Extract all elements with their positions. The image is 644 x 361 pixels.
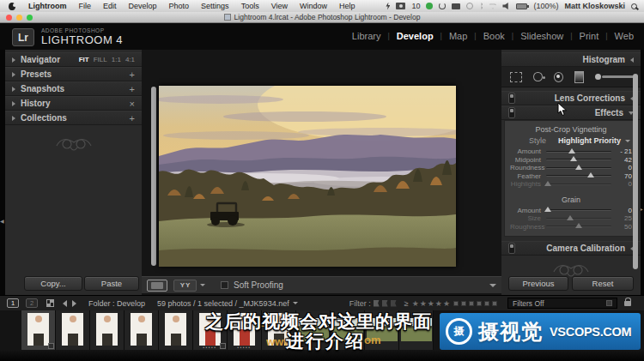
next-photo-arrow-icon[interactable] — [72, 300, 76, 307]
grain-amount-slider[interactable] — [546, 209, 611, 211]
module-library[interactable]: Library — [352, 31, 381, 41]
histogram-panel-header[interactable]: Histogram — [501, 52, 641, 67]
grain-roughness-slider[interactable] — [546, 226, 611, 227]
before-after-view-button[interactable]: YY — [173, 280, 197, 292]
right-panel-scrollbar[interactable] — [633, 74, 638, 269]
right-panel-collapse-edge[interactable]: ▶ — [641, 50, 644, 295]
menu-file[interactable]: File — [73, 2, 98, 10]
highlights-value[interactable]: 0 — [611, 180, 632, 188]
lens-corrections-toggle[interactable] — [508, 93, 515, 104]
battery-icon[interactable] — [516, 3, 527, 9]
module-slideshow[interactable]: Slideshow — [520, 31, 563, 41]
grain-size-slider[interactable] — [546, 218, 611, 220]
menu-settings[interactable]: Settings — [195, 2, 235, 10]
source-dropdown-icon[interactable] — [293, 302, 298, 304]
second-window-button[interactable]: 2 — [26, 298, 38, 308]
menu-help[interactable]: Help — [333, 2, 361, 10]
soft-proofing-checkbox[interactable] — [221, 281, 228, 289]
adjustment-brush-tool-icon[interactable] — [595, 75, 632, 79]
reset-button[interactable]: Reset — [572, 276, 634, 291]
highlights-slider[interactable] — [546, 184, 611, 185]
slider-thumb[interactable] — [568, 148, 575, 153]
green-status-icon[interactable] — [426, 3, 433, 9]
color-label-chip[interactable] — [461, 301, 466, 306]
input-count-label[interactable]: 10 — [411, 2, 420, 10]
slider-thumb[interactable] — [570, 156, 577, 161]
module-map[interactable]: Map — [449, 31, 467, 41]
color-label-chip[interactable] — [469, 301, 474, 306]
menubar-user[interactable]: Matt Kloskowski — [564, 2, 625, 10]
menu-app[interactable]: Lightroom — [22, 2, 73, 10]
filter-lock-icon[interactable] — [624, 301, 631, 306]
before-after-dropdown-icon[interactable] — [200, 284, 205, 286]
module-develop[interactable]: Develop — [397, 31, 434, 41]
left-panel-scrollbar[interactable] — [151, 87, 156, 266]
navigator-fill[interactable]: FILL — [94, 56, 107, 63]
crop-tool-icon[interactable] — [510, 72, 522, 82]
pick-flag-icon[interactable] — [374, 300, 380, 307]
snapshots-panel-header[interactable]: Snapshots + — [5, 81, 142, 96]
grid-view-icon[interactable] — [46, 299, 54, 307]
feather-value[interactable]: 70 — [611, 172, 632, 180]
menu-tools[interactable]: Tools — [235, 2, 265, 10]
color-label-chip[interactable] — [492, 301, 497, 306]
amount-value[interactable]: - 21 — [611, 147, 632, 155]
module-print[interactable]: Print — [580, 31, 599, 41]
collections-panel-header[interactable]: Collections + — [5, 111, 142, 125]
menu-window[interactable]: Window — [294, 2, 333, 10]
color-label-chip[interactable] — [484, 301, 489, 306]
folder-breadcrumb[interactable]: Folder : Develop — [88, 299, 145, 308]
style-value[interactable]: Highlight Priority — [558, 136, 621, 145]
navigator-fit[interactable]: FIT — [79, 56, 89, 63]
filters-off-dropdown[interactable]: Filters Off — [507, 298, 617, 309]
timemachine-icon[interactable] — [466, 3, 473, 9]
module-web[interactable]: Web — [615, 31, 634, 41]
camera-status-icon[interactable] — [396, 3, 405, 9]
add-preset-button[interactable]: + — [130, 69, 135, 80]
copy-settings-button[interactable]: Copy... — [24, 276, 82, 291]
amount-slider[interactable] — [546, 151, 611, 153]
rating-gte[interactable]: ≥ — [404, 299, 409, 308]
roundness-slider[interactable] — [546, 167, 611, 169]
previous-photo-arrow-icon[interactable] — [63, 300, 67, 307]
toolbar-options-dropdown-icon[interactable] — [489, 284, 496, 287]
volume-icon[interactable] — [502, 3, 510, 9]
main-window-button[interactable]: 1 — [7, 298, 19, 308]
apple-menu-icon[interactable] — [9, 3, 15, 10]
graduated-filter-tool-icon[interactable] — [574, 71, 584, 83]
lens-corrections-panel-header[interactable]: Lens Corrections — [501, 91, 641, 105]
slider-thumb[interactable] — [544, 207, 551, 212]
roundness-value[interactable]: 0 — [611, 164, 632, 171]
midpoint-value[interactable]: 42 — [611, 156, 632, 164]
clear-history-button[interactable]: × — [130, 99, 135, 109]
menu-view[interactable]: View — [265, 2, 294, 10]
style-dropdown-icon[interactable] — [625, 140, 630, 142]
slider-thumb[interactable] — [587, 172, 594, 177]
reject-flag-icon[interactable] — [391, 300, 397, 307]
navigator-1to1[interactable]: 1:1 — [112, 56, 121, 63]
camera-calibration-panel-header[interactable]: Camera Calibration — [501, 241, 641, 256]
menu-develop[interactable]: Develop — [123, 2, 163, 10]
history-panel-header[interactable]: History × — [5, 96, 142, 111]
spot-removal-tool-icon[interactable] — [533, 72, 542, 81]
navigator-ratio[interactable]: 4:1 — [125, 56, 135, 63]
slider-thumb[interactable] — [575, 223, 582, 228]
menu-photo[interactable]: Photo — [163, 2, 196, 10]
color-label-chip[interactable] — [453, 301, 459, 306]
add-collection-button[interactable]: + — [130, 113, 135, 123]
loupe-view-button[interactable] — [147, 280, 167, 292]
navigator-panel-header[interactable]: Navigator FIT FILL 1:1 4:1 — [5, 52, 142, 67]
wifi-icon[interactable] — [489, 3, 496, 9]
display-icon[interactable] — [452, 3, 460, 9]
power-bolt-icon[interactable] — [386, 3, 390, 10]
color-label-chip[interactable] — [477, 301, 482, 306]
unflagged-flag-icon[interactable] — [382, 300, 388, 307]
camera-calibration-toggle[interactable] — [508, 243, 515, 254]
menu-edit[interactable]: Edit — [97, 2, 123, 10]
slider-thumb[interactable] — [575, 165, 582, 170]
selection-status[interactable]: 59 photos / 1 selected / _MJK5934.nef — [157, 299, 289, 308]
effects-toggle[interactable] — [508, 107, 515, 118]
paste-settings-button[interactable]: Paste — [84, 276, 139, 291]
spotlight-search-icon[interactable] — [631, 3, 637, 9]
presets-panel-header[interactable]: Presets + — [5, 67, 142, 81]
